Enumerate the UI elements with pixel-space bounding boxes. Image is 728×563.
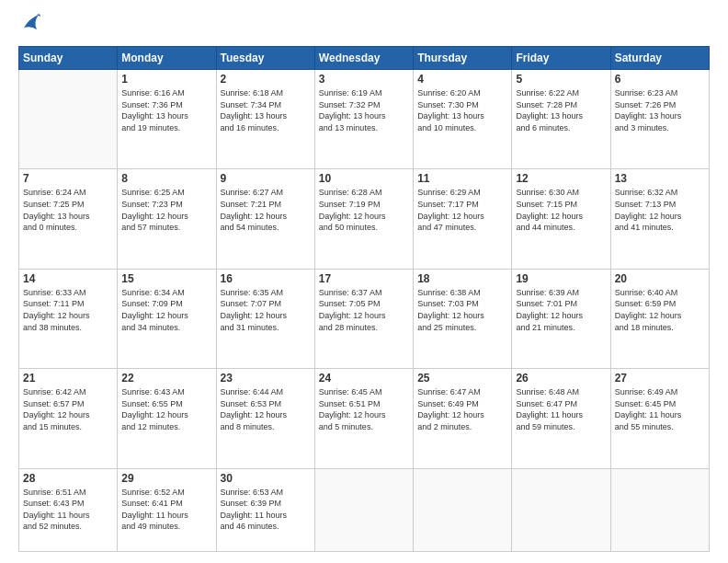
calendar-cell: 23Sunrise: 6:44 AM Sunset: 6:53 PM Dayli… bbox=[216, 369, 314, 468]
header bbox=[18, 15, 710, 37]
calendar-cell: 7Sunrise: 6:24 AM Sunset: 7:25 PM Daylig… bbox=[19, 169, 118, 269]
calendar-week-row: 21Sunrise: 6:42 AM Sunset: 6:57 PM Dayli… bbox=[19, 369, 710, 468]
calendar-table: SundayMondayTuesdayWednesdayThursdayFrid… bbox=[18, 46, 710, 552]
calendar-cell: 26Sunrise: 6:48 AM Sunset: 6:47 PM Dayli… bbox=[512, 369, 610, 468]
weekday-header-friday: Friday bbox=[512, 47, 610, 70]
day-info: Sunrise: 6:39 AM Sunset: 7:01 PM Dayligh… bbox=[516, 287, 606, 333]
day-info: Sunrise: 6:30 AM Sunset: 7:15 PM Dayligh… bbox=[516, 187, 606, 233]
calendar-cell: 15Sunrise: 6:34 AM Sunset: 7:09 PM Dayli… bbox=[118, 269, 216, 368]
day-info: Sunrise: 6:28 AM Sunset: 7:19 PM Dayligh… bbox=[319, 187, 409, 233]
page: SundayMondayTuesdayWednesdayThursdayFrid… bbox=[0, 0, 728, 563]
day-number: 8 bbox=[121, 172, 211, 185]
day-info: Sunrise: 6:18 AM Sunset: 7:34 PM Dayligh… bbox=[221, 87, 311, 133]
weekday-header-tuesday: Tuesday bbox=[216, 47, 314, 70]
day-number: 9 bbox=[221, 172, 311, 185]
day-info: Sunrise: 6:25 AM Sunset: 7:23 PM Dayligh… bbox=[121, 187, 211, 233]
day-number: 23 bbox=[221, 372, 311, 385]
day-info: Sunrise: 6:45 AM Sunset: 6:51 PM Dayligh… bbox=[319, 386, 409, 432]
calendar-cell bbox=[512, 468, 610, 551]
day-info: Sunrise: 6:35 AM Sunset: 7:07 PM Dayligh… bbox=[221, 287, 311, 333]
weekday-header-thursday: Thursday bbox=[414, 47, 512, 70]
calendar-cell: 20Sunrise: 6:40 AM Sunset: 6:59 PM Dayli… bbox=[610, 269, 709, 368]
weekday-header-monday: Monday bbox=[118, 47, 216, 70]
day-info: Sunrise: 6:42 AM Sunset: 6:57 PM Dayligh… bbox=[23, 386, 113, 432]
calendar-cell: 10Sunrise: 6:28 AM Sunset: 7:19 PM Dayli… bbox=[314, 169, 413, 269]
day-number: 14 bbox=[23, 272, 113, 285]
calendar-cell: 4Sunrise: 6:20 AM Sunset: 7:30 PM Daylig… bbox=[414, 70, 512, 169]
calendar-cell: 17Sunrise: 6:37 AM Sunset: 7:05 PM Dayli… bbox=[314, 269, 413, 368]
calendar-week-row: 7Sunrise: 6:24 AM Sunset: 7:25 PM Daylig… bbox=[19, 169, 710, 269]
day-number: 1 bbox=[121, 73, 211, 86]
calendar-cell: 30Sunrise: 6:53 AM Sunset: 6:39 PM Dayli… bbox=[216, 468, 314, 551]
day-info: Sunrise: 6:29 AM Sunset: 7:17 PM Dayligh… bbox=[417, 187, 507, 233]
day-number: 24 bbox=[319, 372, 409, 385]
calendar-cell: 24Sunrise: 6:45 AM Sunset: 6:51 PM Dayli… bbox=[314, 369, 413, 468]
calendar-cell: 2Sunrise: 6:18 AM Sunset: 7:34 PM Daylig… bbox=[216, 70, 314, 169]
day-number: 27 bbox=[615, 372, 705, 385]
calendar-cell: 16Sunrise: 6:35 AM Sunset: 7:07 PM Dayli… bbox=[216, 269, 314, 368]
day-number: 18 bbox=[417, 272, 507, 285]
day-number: 13 bbox=[615, 172, 705, 185]
day-number: 11 bbox=[417, 172, 507, 185]
weekday-header-row: SundayMondayTuesdayWednesdayThursdayFrid… bbox=[19, 47, 710, 70]
calendar-cell: 29Sunrise: 6:52 AM Sunset: 6:41 PM Dayli… bbox=[118, 468, 216, 551]
calendar-cell: 14Sunrise: 6:33 AM Sunset: 7:11 PM Dayli… bbox=[19, 269, 118, 368]
day-number: 26 bbox=[516, 372, 606, 385]
day-info: Sunrise: 6:16 AM Sunset: 7:36 PM Dayligh… bbox=[121, 87, 211, 133]
day-info: Sunrise: 6:38 AM Sunset: 7:03 PM Dayligh… bbox=[417, 287, 507, 333]
calendar-cell: 21Sunrise: 6:42 AM Sunset: 6:57 PM Dayli… bbox=[19, 369, 118, 468]
day-number: 4 bbox=[417, 73, 507, 86]
day-info: Sunrise: 6:53 AM Sunset: 6:39 PM Dayligh… bbox=[221, 487, 311, 533]
day-number: 30 bbox=[221, 472, 311, 485]
weekday-header-saturday: Saturday bbox=[610, 47, 709, 70]
day-number: 2 bbox=[221, 73, 311, 86]
day-info: Sunrise: 6:34 AM Sunset: 7:09 PM Dayligh… bbox=[121, 287, 211, 333]
calendar-cell: 1Sunrise: 6:16 AM Sunset: 7:36 PM Daylig… bbox=[118, 70, 216, 169]
calendar-cell: 12Sunrise: 6:30 AM Sunset: 7:15 PM Dayli… bbox=[512, 169, 610, 269]
day-info: Sunrise: 6:33 AM Sunset: 7:11 PM Dayligh… bbox=[23, 287, 113, 333]
day-info: Sunrise: 6:48 AM Sunset: 6:47 PM Dayligh… bbox=[516, 386, 606, 432]
calendar-cell: 6Sunrise: 6:23 AM Sunset: 7:26 PM Daylig… bbox=[610, 70, 709, 169]
calendar-week-row: 14Sunrise: 6:33 AM Sunset: 7:11 PM Dayli… bbox=[19, 269, 710, 368]
day-info: Sunrise: 6:32 AM Sunset: 7:13 PM Dayligh… bbox=[615, 187, 705, 233]
calendar-cell: 18Sunrise: 6:38 AM Sunset: 7:03 PM Dayli… bbox=[414, 269, 512, 368]
calendar-week-row: 28Sunrise: 6:51 AM Sunset: 6:43 PM Dayli… bbox=[19, 468, 710, 551]
weekday-header-wednesday: Wednesday bbox=[314, 47, 413, 70]
calendar-cell: 9Sunrise: 6:27 AM Sunset: 7:21 PM Daylig… bbox=[216, 169, 314, 269]
day-number: 15 bbox=[121, 272, 211, 285]
logo-bird-icon bbox=[20, 11, 40, 37]
calendar-cell: 28Sunrise: 6:51 AM Sunset: 6:43 PM Dayli… bbox=[19, 468, 118, 551]
calendar-cell: 8Sunrise: 6:25 AM Sunset: 7:23 PM Daylig… bbox=[118, 169, 216, 269]
day-info: Sunrise: 6:43 AM Sunset: 6:55 PM Dayligh… bbox=[121, 386, 211, 432]
day-info: Sunrise: 6:23 AM Sunset: 7:26 PM Dayligh… bbox=[615, 87, 705, 133]
day-info: Sunrise: 6:37 AM Sunset: 7:05 PM Dayligh… bbox=[319, 287, 409, 333]
calendar-week-row: 1Sunrise: 6:16 AM Sunset: 7:36 PM Daylig… bbox=[19, 70, 710, 169]
calendar-cell: 27Sunrise: 6:49 AM Sunset: 6:45 PM Dayli… bbox=[610, 369, 709, 468]
day-info: Sunrise: 6:49 AM Sunset: 6:45 PM Dayligh… bbox=[615, 386, 705, 432]
day-number: 25 bbox=[417, 372, 507, 385]
calendar-cell: 19Sunrise: 6:39 AM Sunset: 7:01 PM Dayli… bbox=[512, 269, 610, 368]
day-info: Sunrise: 6:51 AM Sunset: 6:43 PM Dayligh… bbox=[23, 487, 113, 533]
day-number: 20 bbox=[615, 272, 705, 285]
calendar-cell: 13Sunrise: 6:32 AM Sunset: 7:13 PM Dayli… bbox=[610, 169, 709, 269]
day-number: 7 bbox=[23, 172, 113, 185]
day-number: 10 bbox=[319, 172, 409, 185]
day-number: 3 bbox=[319, 73, 409, 86]
calendar-cell bbox=[314, 468, 413, 551]
calendar-cell: 3Sunrise: 6:19 AM Sunset: 7:32 PM Daylig… bbox=[314, 70, 413, 169]
calendar-cell bbox=[19, 70, 118, 169]
day-info: Sunrise: 6:24 AM Sunset: 7:25 PM Dayligh… bbox=[23, 187, 113, 233]
day-number: 5 bbox=[516, 73, 606, 86]
calendar-cell bbox=[610, 468, 709, 551]
calendar-cell: 25Sunrise: 6:47 AM Sunset: 6:49 PM Dayli… bbox=[414, 369, 512, 468]
day-info: Sunrise: 6:19 AM Sunset: 7:32 PM Dayligh… bbox=[319, 87, 409, 133]
day-number: 12 bbox=[516, 172, 606, 185]
logo bbox=[18, 15, 40, 37]
day-info: Sunrise: 6:27 AM Sunset: 7:21 PM Dayligh… bbox=[221, 187, 311, 233]
weekday-header-sunday: Sunday bbox=[19, 47, 118, 70]
day-info: Sunrise: 6:40 AM Sunset: 6:59 PM Dayligh… bbox=[615, 287, 705, 333]
day-number: 17 bbox=[319, 272, 409, 285]
day-number: 21 bbox=[23, 372, 113, 385]
day-info: Sunrise: 6:44 AM Sunset: 6:53 PM Dayligh… bbox=[221, 386, 311, 432]
day-number: 19 bbox=[516, 272, 606, 285]
